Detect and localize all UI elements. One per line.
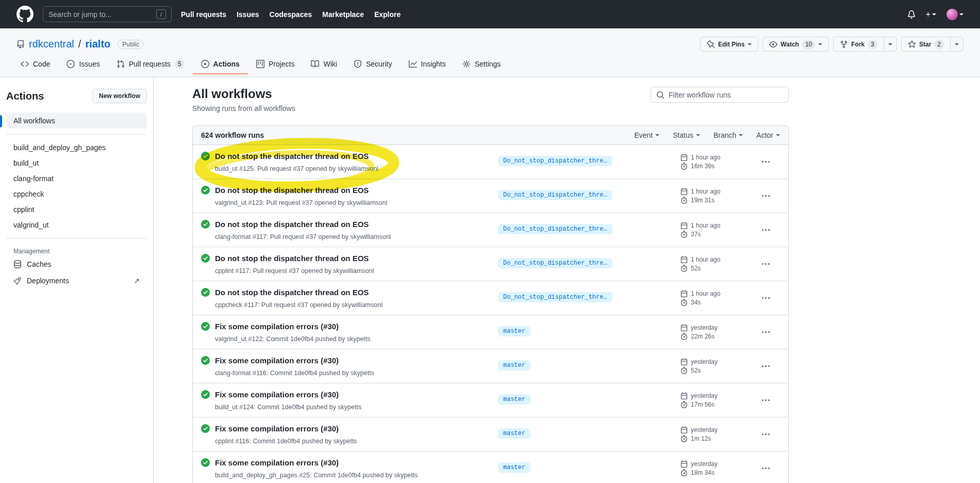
workflow-run-row[interactable]: Do not stop the dispatcher thread on EOS… xyxy=(193,213,788,247)
run-options-kebab-button[interactable] xyxy=(759,430,773,438)
repo-tab[interactable]: Wiki xyxy=(303,55,345,74)
branch-chip[interactable]: master xyxy=(498,360,530,371)
run-options-kebab-button[interactable] xyxy=(759,294,773,302)
stopwatch-icon xyxy=(680,469,688,476)
repo-tab[interactable]: Code xyxy=(12,55,58,74)
branch-chip[interactable]: Do_not_stop_dispatcher_thre… xyxy=(498,224,612,234)
repo-tab[interactable]: Actions xyxy=(193,55,248,74)
repo-tab[interactable]: Issues xyxy=(58,55,108,74)
fork-button[interactable]: Fork 3 xyxy=(833,37,884,52)
workflow-run-row[interactable]: Fix some compilation errors (#30) valgri… xyxy=(193,315,788,349)
run-title[interactable]: Fix some compilation errors (#30) xyxy=(215,424,357,434)
run-title[interactable]: Do not stop the dispatcher thread on EOS xyxy=(215,287,383,298)
global-nav-link[interactable]: Issues xyxy=(237,10,259,19)
repo-tab[interactable]: Projects xyxy=(248,55,303,74)
branch-chip[interactable]: Do_not_stop_dispatcher_thre… xyxy=(498,156,612,166)
workflow-run-row[interactable]: Fix some compilation errors (#30) cpplin… xyxy=(193,417,788,452)
stopwatch-icon xyxy=(680,231,688,238)
run-title[interactable]: Do not stop the dispatcher thread on EOS xyxy=(215,185,387,196)
sidebar-workflow-item[interactable]: clang-format xyxy=(6,171,147,186)
run-timing: 1 hour ago 16m 39s xyxy=(680,154,752,170)
global-nav-link[interactable]: Codespaces xyxy=(270,10,312,19)
run-options-kebab-button[interactable] xyxy=(759,192,773,200)
runs-filter-dropdown[interactable]: Status xyxy=(673,131,700,139)
repo-tab[interactable]: Pull requests 5 xyxy=(108,55,193,74)
run-title[interactable]: Do not stop the dispatcher thread on EOS xyxy=(215,253,374,264)
filter-workflow-runs-input[interactable]: Filter workflow runs xyxy=(651,87,789,103)
sidebar-workflow-item[interactable]: valgrind_ut xyxy=(6,217,147,233)
repo-owner-link[interactable]: rdkcentral xyxy=(29,38,74,50)
run-options-kebab-button[interactable] xyxy=(759,464,773,472)
calendar-icon xyxy=(680,290,688,297)
chevron-down-icon xyxy=(818,43,822,47)
calendar-icon xyxy=(680,358,688,365)
branch-chip[interactable]: master xyxy=(498,462,530,473)
branch-chip[interactable]: master xyxy=(498,326,530,336)
repo-tab[interactable]: Security xyxy=(345,55,401,74)
star-dropdown-button[interactable] xyxy=(951,37,964,52)
chevron-down-icon xyxy=(959,13,964,18)
create-new-button[interactable]: + xyxy=(926,10,936,19)
workflow-run-row[interactable]: Fix some compilation errors (#30) build_… xyxy=(193,452,788,483)
run-subtitle: valgrind_ut #122: Commit 1de0fb4 pushed … xyxy=(215,335,371,343)
runs-filter-dropdown[interactable]: Event xyxy=(634,131,659,139)
sidebar-workflow-item[interactable]: build_and_deploy_gh_pages xyxy=(6,140,147,155)
actions-sidebar: Actions New workflow All workflows build… xyxy=(0,77,154,483)
run-title[interactable]: Fix some compilation errors (#30) xyxy=(215,390,361,400)
branch-chip[interactable]: Do_not_stop_dispatcher_thre… xyxy=(498,292,612,302)
workflow-run-row[interactable]: Do not stop the dispatcher thread on EOS… xyxy=(193,247,788,281)
branch-chip[interactable]: master xyxy=(498,394,530,405)
workflow-run-row[interactable]: Fix some compilation errors (#30) build_… xyxy=(193,383,788,417)
sidebar-workflow-item[interactable]: build_ut xyxy=(6,155,147,171)
notifications-bell-icon[interactable] xyxy=(907,10,916,19)
star-button[interactable]: Star 2 xyxy=(901,37,951,52)
branch-chip[interactable]: Do_not_stop_dispatcher_thre… xyxy=(498,190,612,200)
run-options-kebab-button[interactable] xyxy=(759,260,773,268)
global-nav-link[interactable]: Marketplace xyxy=(322,10,364,19)
run-options-kebab-button[interactable] xyxy=(759,328,773,336)
run-options-kebab-button[interactable] xyxy=(759,362,773,370)
sidebar-management-item[interactable]: Caches xyxy=(6,256,147,272)
search-placeholder: Search or jump to... xyxy=(48,10,111,19)
run-options-kebab-button[interactable] xyxy=(759,226,773,234)
run-title[interactable]: Fix some compilation errors (#30) xyxy=(215,356,374,366)
run-options-kebab-button[interactable] xyxy=(759,158,773,166)
github-logo-icon[interactable] xyxy=(16,6,34,23)
run-options-kebab-button[interactable] xyxy=(759,396,773,404)
run-title[interactable]: Fix some compilation errors (#30) xyxy=(215,321,371,332)
global-nav-link[interactable]: Explore xyxy=(374,10,401,19)
runs-filter-dropdown[interactable]: Actor xyxy=(756,131,780,139)
repo-name-link[interactable]: rialto xyxy=(85,38,110,50)
branch-chip[interactable]: Do_not_stop_dispatcher_thre… xyxy=(498,258,612,268)
repo-tab[interactable]: Settings xyxy=(454,55,509,74)
shield-icon xyxy=(354,60,362,68)
workflow-run-row[interactable]: Do not stop the dispatcher thread on EOS… xyxy=(193,281,788,315)
branch-chip[interactable]: master xyxy=(498,428,530,439)
fork-dropdown-button[interactable] xyxy=(884,37,897,52)
workflow-run-row[interactable]: Fix some compilation errors (#30) clang-… xyxy=(193,349,788,383)
sidebar-workflow-item[interactable]: cpplint xyxy=(6,202,147,217)
user-menu[interactable] xyxy=(946,9,964,20)
sidebar-management-item[interactable]: Deployments ↗ xyxy=(6,272,147,289)
run-title[interactable]: Fix some compilation errors (#30) xyxy=(215,458,418,468)
watch-button[interactable]: Watch 10 xyxy=(762,37,829,52)
runs-list-header: 624 workflow runs Event Status Branch xyxy=(193,126,788,145)
calendar-icon xyxy=(680,460,688,468)
run-title[interactable]: Do not stop the dispatcher thread on EOS xyxy=(215,151,378,162)
runs-filter-dropdown[interactable]: Branch xyxy=(713,131,743,139)
global-search-input[interactable]: Search or jump to... / xyxy=(43,6,172,22)
run-timing: yesterday 18m 34s xyxy=(680,460,752,476)
calendar-icon xyxy=(680,324,688,331)
sidebar-workflow-item[interactable]: cppcheck xyxy=(6,186,147,202)
edit-pins-button[interactable]: Edit Pins xyxy=(700,37,758,52)
fork-count: 3 xyxy=(868,40,877,49)
workflow-run-row[interactable]: Do not stop the dispatcher thread on EOS… xyxy=(193,179,788,213)
sidebar-item-all-workflows[interactable]: All workflows xyxy=(6,112,147,129)
run-title[interactable]: Do not stop the dispatcher thread on EOS xyxy=(215,219,391,230)
repo-tab[interactable]: Insights xyxy=(401,55,454,74)
global-nav-link[interactable]: Pull requests xyxy=(181,10,226,19)
new-workflow-button[interactable]: New workflow xyxy=(92,89,147,103)
run-timing: 1 hour ago 34s xyxy=(680,290,752,306)
workflow-run-row[interactable]: Do not stop the dispatcher thread on EOS… xyxy=(193,145,788,179)
slash-key-hint: / xyxy=(156,9,166,19)
